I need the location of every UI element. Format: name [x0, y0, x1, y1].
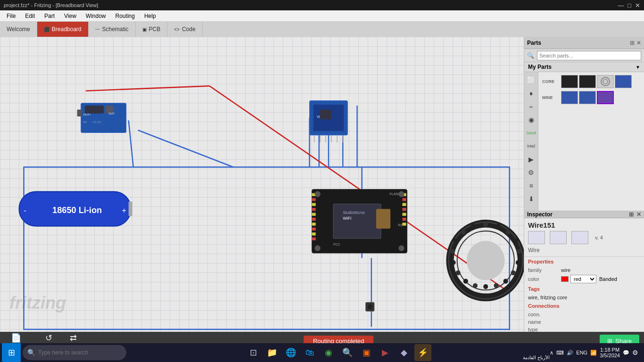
- adafruit-icon[interactable]: ◉: [525, 114, 537, 126]
- tab-code[interactable]: <> Code: [167, 22, 202, 37]
- properties-section-title: Properties: [524, 257, 644, 266]
- core-part-1[interactable]: [561, 75, 578, 88]
- search-bar[interactable]: 🔍: [23, 345, 126, 360]
- my-parts-collapse[interactable]: ▼: [636, 65, 640, 70]
- inspector-family-row: family wire: [524, 266, 644, 274]
- minimize-btn[interactable]: —: [618, 2, 624, 9]
- titlebar: project.fzz* - Fritzing - [Breadboard Vi…: [0, 0, 644, 10]
- inspector-close-icon[interactable]: ✕: [636, 211, 641, 218]
- inspector-conn-label: conn.: [528, 312, 561, 317]
- taskbar-fritzing[interactable]: ⚡: [414, 344, 431, 361]
- mine-part-1[interactable]: [561, 91, 578, 104]
- taskbar-app8[interactable]: ◆: [396, 344, 413, 361]
- inspector-name-label: name: [528, 319, 561, 325]
- schematic-icon: 〰: [95, 27, 100, 32]
- svg-text:OUT: OUT: [108, 112, 115, 115]
- svg-rect-27: [402, 218, 406, 221]
- core-category-icon[interactable]: ⬜: [525, 74, 537, 86]
- core-thumbs: [561, 75, 632, 88]
- parts-expand-icon[interactable]: ⊞: [630, 40, 635, 46]
- parts-close-icon[interactable]: ✕: [636, 40, 641, 46]
- inspector-expand-icon[interactable]: ⊞: [629, 211, 634, 218]
- svg-rect-24: [402, 203, 406, 206]
- code-icon: <>: [174, 27, 180, 32]
- banded-label: Banded: [599, 276, 617, 282]
- keyboard-icon[interactable]: ⌨: [556, 350, 564, 356]
- menu-help[interactable]: Help: [140, 12, 161, 20]
- rotate-icon: ↺: [45, 333, 52, 343]
- arduino-icon[interactable]: ∞: [525, 100, 537, 113]
- tab-welcome-label: Welcome: [7, 26, 30, 33]
- taskbar-task-view[interactable]: ⊡: [245, 344, 262, 361]
- arrow-down-icon[interactable]: ⬇: [525, 193, 537, 205]
- taskbar-search-app[interactable]: 🔍: [339, 344, 356, 361]
- svg-rect-49: [320, 109, 331, 119]
- intel-icon[interactable]: Intel: [525, 140, 537, 152]
- svg-text:C1 C2: C1 C2: [93, 120, 101, 123]
- svg-point-77: [451, 260, 455, 265]
- maximize-btn[interactable]: □: [627, 2, 631, 9]
- svg-point-72: [494, 283, 498, 288]
- core-part-2[interactable]: [579, 75, 596, 88]
- svg-point-75: [463, 279, 468, 283]
- svg-rect-32: [376, 209, 390, 229]
- svg-point-39: [398, 245, 404, 251]
- notification-icon[interactable]: 💬: [623, 350, 629, 356]
- taskbar-edge[interactable]: 🌐: [282, 344, 299, 361]
- mine-category-icon[interactable]: ♦: [525, 87, 537, 99]
- play-icon[interactable]: ▶: [525, 153, 537, 165]
- color-dropdown[interactable]: red blue green black: [570, 275, 596, 283]
- language-indicator: ENG: [576, 350, 587, 355]
- parts-main: CORE MINE: [538, 72, 644, 211]
- menu-part[interactable]: Part: [40, 12, 59, 20]
- close-btn[interactable]: ✕: [635, 2, 640, 9]
- mine-part-3[interactable]: [597, 91, 614, 104]
- settings-icon[interactable]: ⚙: [632, 349, 638, 356]
- svg-text:RS: RS: [398, 223, 403, 227]
- seeed-icon[interactable]: Seed: [525, 127, 537, 139]
- core-part-3[interactable]: [597, 75, 614, 88]
- svg-text:R1: R1: [83, 120, 87, 123]
- taskbar-adobe[interactable]: ▣: [358, 344, 375, 361]
- parts-search-input[interactable]: [537, 51, 641, 60]
- menu-file[interactable]: File: [2, 12, 20, 20]
- misc-icon[interactable]: ≡: [525, 180, 537, 192]
- clock[interactable]: 1:18 PM 3/5/2024: [600, 347, 620, 358]
- taskbar-search-input[interactable]: [38, 349, 114, 356]
- taskbar-media[interactable]: ▶: [377, 344, 394, 361]
- up-arrow-icon[interactable]: ∧: [550, 350, 553, 356]
- taskbar-explorer[interactable]: 📁: [264, 344, 281, 361]
- svg-text:+: +: [122, 206, 126, 214]
- menu-window[interactable]: Window: [81, 12, 111, 20]
- menu-view[interactable]: View: [59, 12, 81, 20]
- network-icon[interactable]: 📶: [590, 350, 597, 356]
- svg-point-66: [506, 230, 511, 234]
- inspector-title-label: Inspector: [527, 211, 553, 218]
- add-note-icon: 📄: [11, 333, 21, 343]
- robot-icon[interactable]: ⚙: [525, 166, 537, 179]
- tab-welcome[interactable]: Welcome: [0, 22, 37, 37]
- inspector-color-select: red blue green black Banded: [561, 275, 617, 283]
- mine-part-2[interactable]: [579, 91, 596, 104]
- core-part-4[interactable]: [615, 75, 632, 88]
- tab-pcb[interactable]: ▣ PCB: [136, 22, 168, 37]
- pcb-icon: ▣: [142, 27, 147, 32]
- taskbar-chrome[interactable]: ◉: [320, 344, 337, 361]
- mine-label: MINE: [542, 95, 559, 100]
- inspector-version-text: v. 4: [595, 235, 603, 240]
- menu-routing[interactable]: Routing: [111, 12, 140, 20]
- flip-icon: ⇄: [70, 333, 77, 343]
- tab-schematic[interactable]: 〰 Schematic: [89, 22, 136, 37]
- breadboard-icon: ⬛: [44, 27, 50, 32]
- breadboard-canvas[interactable]: fritzing: [0, 37, 524, 332]
- svg-point-64: [483, 222, 488, 227]
- start-button[interactable]: ⊞: [2, 343, 21, 362]
- svg-rect-14: [312, 203, 316, 206]
- svg-rect-19: [312, 228, 316, 230]
- tab-breadboard[interactable]: ⬛ Breadboard: [37, 22, 89, 37]
- svg-rect-21: [312, 238, 316, 240]
- volume-icon[interactable]: 🔊: [567, 350, 573, 356]
- taskbar-store[interactable]: 🛍: [301, 344, 318, 361]
- core-section-row: CORE: [540, 74, 642, 89]
- menu-edit[interactable]: Edit: [20, 12, 40, 20]
